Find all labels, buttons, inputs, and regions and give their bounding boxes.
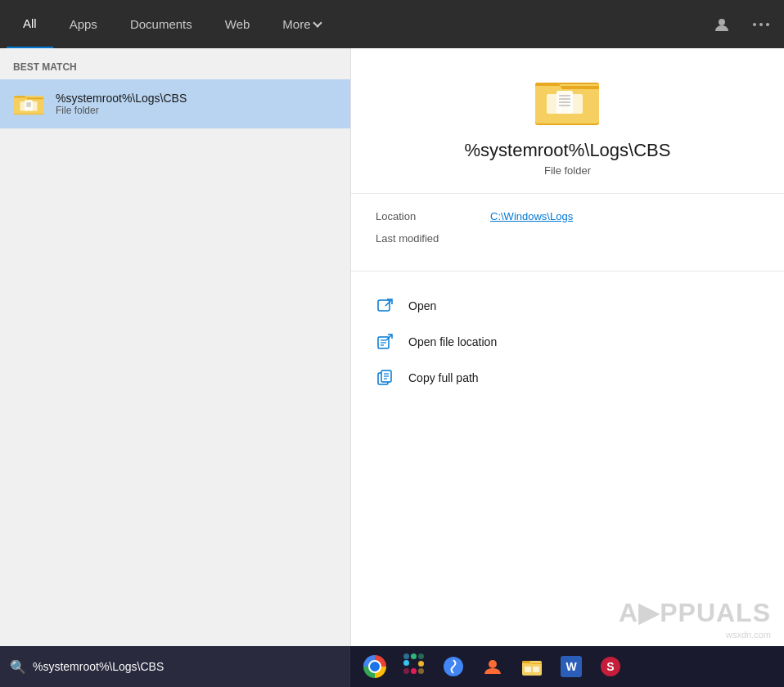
taskbar-app3[interactable]	[435, 649, 471, 685]
location-value[interactable]: C:\Windows\Logs	[490, 210, 573, 222]
watermark: A▶PPUALS wsxdn.com	[606, 590, 784, 646]
ellipsis-icon-button[interactable]	[745, 8, 777, 41]
detail-info: Location C:\Windows\Logs Last modified	[351, 194, 784, 272]
tab-apps[interactable]: Apps	[53, 0, 114, 48]
open-svg-icon	[377, 298, 394, 314]
file-location-svg-icon	[377, 334, 394, 350]
svg-point-2	[759, 23, 763, 26]
last-modified-row: Last modified	[376, 232, 759, 245]
svg-rect-46	[533, 667, 539, 672]
tab-web[interactable]: Web	[209, 0, 267, 48]
ellipsis-icon	[753, 23, 769, 26]
best-match-label: Best match	[0, 61, 350, 79]
svg-text:S: S	[606, 660, 614, 673]
person-icon	[714, 16, 730, 33]
taskbar-word[interactable]: W	[553, 649, 589, 685]
right-panel: %systemroot%\Logs\CBS File folder Locati…	[350, 48, 784, 646]
open-icon	[376, 296, 395, 316]
svg-point-1	[753, 23, 756, 26]
svg-rect-38	[418, 661, 424, 667]
search-icon: 🔍	[10, 659, 26, 675]
result-title: %systemroot%\Logs\CBS	[56, 92, 337, 105]
main-content: Best match %system	[0, 48, 784, 646]
svg-rect-17	[568, 94, 583, 114]
taskbar-icons: W S	[350, 649, 784, 685]
chrome-icon	[363, 655, 386, 678]
tab-all[interactable]: All	[7, 0, 53, 48]
tab-more[interactable]: More	[266, 0, 336, 48]
open-file-location-label: Open file location	[408, 335, 497, 348]
result-text: %systemroot%\Logs\CBS File folder	[56, 92, 337, 116]
svg-rect-37	[418, 653, 424, 659]
word-icon: W	[561, 656, 582, 677]
file-explorer-icon	[521, 656, 543, 677]
open-file-location-icon	[376, 332, 395, 352]
taskbar-chrome[interactable]	[357, 649, 393, 685]
taskbar-slack[interactable]	[396, 649, 432, 685]
last-modified-label: Last modified	[376, 232, 474, 245]
nav-tabs: All Apps Documents Web More	[7, 0, 337, 48]
svg-point-3	[766, 23, 769, 26]
svg-rect-36	[411, 653, 417, 659]
nav-icons	[705, 8, 777, 41]
folder-svg	[14, 91, 45, 117]
app3-icon	[443, 656, 464, 677]
result-folder-icon	[13, 88, 46, 120]
open-file-location-action[interactable]: Open file location	[376, 324, 759, 360]
svg-rect-40	[411, 668, 417, 674]
svg-rect-35	[403, 653, 409, 659]
location-row: Location C:\Windows\Logs	[376, 210, 759, 222]
top-navigation: All Apps Documents Web More	[0, 0, 784, 48]
search-text: %systemroot%\Logs\CBS	[33, 660, 164, 673]
watermark-url: wsxdn.com	[619, 630, 771, 640]
watermark-logo: A▶PPUALS	[619, 597, 771, 628]
result-item[interactable]: %systemroot%\Logs\CBS File folder	[0, 79, 350, 128]
open-label: Open	[408, 299, 436, 312]
location-label: Location	[376, 210, 474, 222]
left-panel: Best match %system	[0, 48, 350, 646]
person-icon-button[interactable]	[705, 8, 738, 41]
svg-rect-22	[378, 300, 390, 311]
svg-point-43	[489, 660, 497, 668]
app7-icon: S	[600, 656, 621, 677]
detail-title: %systemroot%\Logs\CBS	[465, 140, 671, 161]
svg-rect-39	[418, 668, 424, 674]
taskbar-app4[interactable]	[475, 649, 511, 685]
open-action[interactable]: Open	[376, 288, 759, 324]
detail-folder-icon	[535, 73, 601, 130]
slack-svg-icon	[403, 653, 425, 675]
taskbar: 🔍 %systemroot%\Logs\CBS	[0, 646, 784, 687]
taskbar-file-explorer[interactable]	[514, 649, 550, 685]
detail-subtitle: File folder	[544, 164, 591, 177]
result-subtitle: File folder	[56, 105, 337, 116]
detail-actions: Open Open file location	[351, 272, 784, 412]
copy-full-path-label: Copy full path	[408, 371, 479, 384]
svg-point-0	[719, 19, 725, 25]
slack-icon	[403, 653, 425, 680]
chevron-down-icon	[313, 18, 322, 27]
detail-header: %systemroot%\Logs\CBS File folder	[351, 48, 784, 194]
svg-line-23	[385, 300, 391, 306]
copy-full-path-icon	[376, 368, 395, 388]
copy-full-path-action[interactable]: Copy full path	[376, 360, 759, 396]
app4-icon	[482, 656, 503, 677]
tab-documents[interactable]: Documents	[114, 0, 209, 48]
taskbar-app7[interactable]: S	[593, 649, 629, 685]
svg-rect-34	[403, 660, 409, 666]
taskbar-search[interactable]: 🔍 %systemroot%\Logs\CBS	[0, 646, 350, 687]
svg-rect-45	[525, 667, 531, 672]
svg-rect-41	[403, 668, 409, 674]
copy-svg-icon	[377, 370, 394, 386]
